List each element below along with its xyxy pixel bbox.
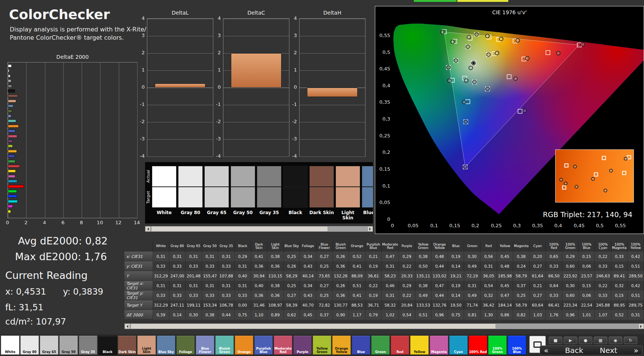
delta-gridline: [223, 122, 289, 122]
palette-swatch-blue-flower[interactable]: Blue Flower: [196, 335, 214, 355]
palette-swatch-red[interactable]: Red: [391, 335, 409, 355]
deltae-bar: [8, 69, 9, 72]
target-button[interactable]: ◉: [609, 337, 622, 344]
stop-button[interactable]: ■: [549, 337, 562, 344]
table-cell: 0,37: [316, 310, 333, 320]
cie-measured-marker: [454, 59, 458, 63]
table-cell: 0,86: [497, 310, 514, 320]
palette-swatch-magenta[interactable]: Magenta: [430, 335, 448, 355]
record-button[interactable]: ●: [579, 337, 592, 344]
table-cell: 155,47: [202, 271, 219, 281]
palette-swatch-light-skin[interactable]: Light Skin: [137, 335, 156, 355]
palette-swatch-moderate-red[interactable]: Moderate Red: [274, 335, 292, 355]
deltae-bar: [8, 135, 17, 138]
scroll-right-icon: [369, 228, 372, 231]
cie-y-tick-label: 0: [376, 216, 390, 222]
table-column-header: Moderate Red: [382, 241, 399, 252]
refresh-button[interactable]: ↻: [624, 337, 637, 344]
table-cell: 60,64: [530, 300, 546, 310]
table-cell: 0,54: [481, 281, 497, 290]
cie-measured-marker: [440, 30, 444, 34]
delta-gridline: [223, 19, 289, 19]
table-column-header: Gray 35: [218, 241, 235, 252]
table-cell: 0,79: [365, 310, 382, 320]
palette-swatch-100-green[interactable]: 100% Green: [488, 335, 507, 355]
delta-gridline: [147, 139, 213, 140]
deltae-gridline: [63, 63, 64, 218]
palette-swatch-dark-skin[interactable]: Dark Skin: [118, 335, 136, 355]
palette-swatch-label: 100% Green: [488, 347, 506, 354]
swatch-strip-scrollbar[interactable]: [145, 226, 373, 232]
palette-swatch-orange[interactable]: Orange: [235, 335, 253, 355]
scroll-left-button[interactable]: [124, 323, 130, 329]
table-cell: 223,92: [562, 271, 579, 281]
table-cell: 0,29: [399, 252, 415, 261]
scroll-left-button[interactable]: [145, 226, 151, 232]
deltae-bar: [8, 64, 12, 67]
table-cell: 0,43: [300, 290, 316, 300]
delta-gridline: [300, 53, 365, 54]
scroll-right-button[interactable]: [367, 226, 373, 232]
table-cell: 0,42: [628, 281, 644, 290]
table-cell: 89,41: [611, 271, 628, 281]
palette-swatch-100-red[interactable]: 100% Red: [469, 335, 487, 355]
swatch-target: [257, 187, 282, 208]
next-button[interactable]: Next: [600, 346, 617, 355]
scroll-thumb[interactable]: [151, 226, 328, 232]
table-cell: 0,33: [153, 261, 169, 271]
play-button[interactable]: ▶: [564, 337, 577, 344]
back-arrow-icon[interactable]: «: [544, 346, 548, 355]
palette-swatch-label: Blue Sky: [157, 350, 175, 354]
table-scrollbar[interactable]: [124, 323, 644, 329]
table-cell: 0,19: [448, 252, 464, 261]
deltae-gridline: [45, 63, 45, 218]
next-arrow-icon[interactable]: »: [634, 346, 638, 355]
table-cell: 0,31: [382, 261, 399, 271]
palette-swatch-label: Light Skin: [138, 347, 156, 354]
table-cell: 66,41: [546, 300, 562, 310]
palette-swatch-gray-80[interactable]: Gray 80: [20, 335, 39, 355]
palette-swatch-purple[interactable]: Purple: [293, 335, 312, 355]
palette-swatch-gray-65[interactable]: Gray 65: [40, 335, 58, 355]
palette-swatch-yellow[interactable]: Yellow: [410, 335, 429, 355]
swatch-target: [283, 187, 308, 208]
deltae-x-axis: 02468101214: [7, 220, 141, 226]
palette-swatch-purplish-blue[interactable]: Purplish Blue: [254, 335, 273, 355]
table-cell: 23,57: [579, 271, 595, 281]
palette-swatch-100-blue[interactable]: 100% Blue: [508, 335, 526, 355]
palette-swatch-foliage[interactable]: Foliage: [176, 335, 195, 355]
cie-y-tick-label: 0,45: [376, 66, 390, 71]
palette-swatch-orange-yellow[interactable]: Orange Yellow: [332, 335, 351, 355]
table-cell: 0,81: [464, 310, 481, 320]
palette-swatch-bluish-green[interactable]: Bluish Green: [215, 335, 234, 355]
palette-swatch-blue-sky[interactable]: Blue Sky: [157, 335, 175, 355]
cie-measured-marker: [464, 79, 468, 82]
palette-swatch-gray-35[interactable]: Gray 35: [79, 335, 97, 355]
palette-swatch-white[interactable]: White: [1, 335, 19, 355]
palette-swatch-yellow-green[interactable]: Yellow Green: [313, 335, 331, 355]
cie-x-tick-label: 0,55: [613, 223, 628, 228]
deltae-bar: [8, 144, 13, 147]
palette-swatch-cyan[interactable]: Cyan: [449, 335, 468, 355]
cie-whitepoint-marker: [472, 62, 475, 65]
scroll-thumb[interactable]: [130, 323, 496, 329]
palette-swatch-green[interactable]: Green: [371, 335, 390, 355]
deltae-bar: [8, 130, 15, 133]
deltae-x-tick-label: 14: [133, 220, 141, 225]
table-cell: 135,11: [415, 271, 432, 281]
back-button[interactable]: Back: [565, 346, 583, 355]
palette-swatch-black[interactable]: Black: [98, 335, 117, 355]
palette-swatch-gray-50[interactable]: Gray 50: [59, 335, 78, 355]
scroll-right-button[interactable]: [638, 323, 644, 329]
table-cell: 0,36: [267, 261, 284, 271]
delta-y-tick-label: 3: [212, 33, 221, 38]
table-cell: 40,14: [300, 271, 316, 281]
palette-swatch-blue[interactable]: Blue: [352, 335, 370, 355]
grid-button[interactable]: ▦: [594, 337, 607, 344]
table-cell: 0,25: [513, 290, 530, 300]
deltae-bar: [8, 125, 19, 128]
table-cell: 88,53: [349, 300, 365, 310]
table-cell: 20,84: [399, 300, 415, 310]
delta-chart-title: DeltaC: [223, 10, 289, 16]
table-cell: 0,22: [595, 252, 611, 261]
